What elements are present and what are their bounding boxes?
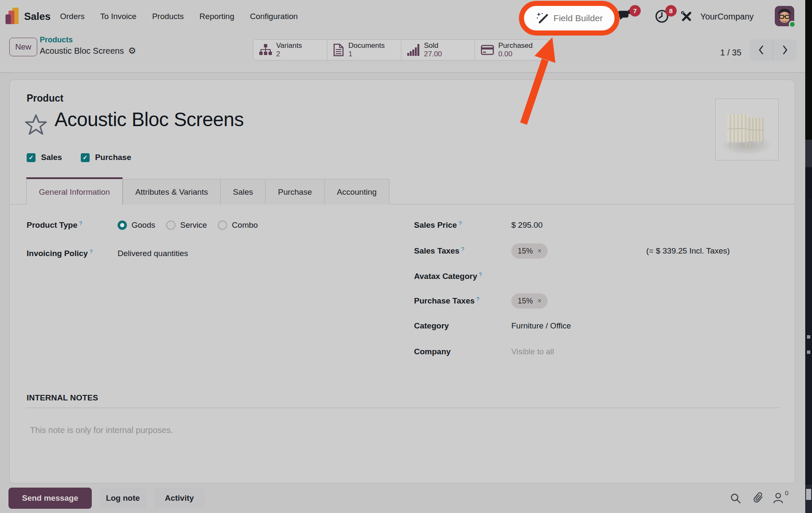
radio-goods[interactable]: Goods bbox=[118, 221, 155, 230]
menu-orders[interactable]: Orders bbox=[60, 12, 85, 21]
tab-purchase[interactable]: Purchase bbox=[266, 179, 324, 204]
background-window-detail bbox=[807, 350, 810, 354]
magic-wand-icon bbox=[536, 12, 549, 25]
activity-button[interactable]: Activity bbox=[154, 488, 205, 509]
tab-general-information[interactable]: General Information bbox=[26, 177, 123, 205]
sales-price-value[interactable]: $ 295.00 bbox=[511, 221, 543, 230]
radio-unselected-icon[interactable] bbox=[218, 221, 227, 230]
control-panel: New Products Acoustic Bloc Screens ⚙ Var… bbox=[0, 33, 805, 73]
background-window-edge bbox=[805, 0, 812, 140]
category-value[interactable]: Furniture / Office bbox=[511, 321, 571, 331]
stat-label: Variants bbox=[276, 41, 302, 50]
pager-next-button[interactable] bbox=[773, 39, 797, 61]
checkbox-checked-icon[interactable]: ✓ bbox=[27, 153, 36, 162]
radio-selected-icon[interactable] bbox=[118, 221, 127, 230]
send-message-button[interactable]: Send message bbox=[8, 488, 92, 509]
stat-button-purchased[interactable]: Purchased 0.00 bbox=[475, 40, 549, 60]
odoo-sales-product-screen: Sales Orders To Invoice Products Reporti… bbox=[0, 0, 812, 513]
radio-unselected-icon[interactable] bbox=[166, 221, 176, 230]
help-icon[interactable]: ? bbox=[458, 220, 461, 226]
stat-button-variants[interactable]: Variants 2 bbox=[253, 40, 327, 60]
menu-reporting[interactable]: Reporting bbox=[200, 12, 234, 21]
menu-to-invoice[interactable]: To Invoice bbox=[100, 12, 137, 21]
new-button[interactable]: New bbox=[9, 38, 37, 56]
stat-label: Purchased bbox=[498, 41, 532, 50]
product-name[interactable]: Acoustic Bloc Screens bbox=[55, 108, 244, 131]
acoustic-screen-panel bbox=[747, 117, 764, 141]
purchase-tax-tag[interactable]: 15% × bbox=[511, 293, 548, 309]
stat-value: 27.00 bbox=[424, 50, 442, 58]
background-window-edge bbox=[805, 140, 812, 167]
stat-value: 2 bbox=[276, 50, 302, 58]
sales-tax-tag[interactable]: 15% × bbox=[511, 243, 548, 259]
stat-button-group: Variants 2 Documents 1 bbox=[253, 39, 549, 61]
document-icon bbox=[333, 44, 344, 56]
toggle-sales[interactable]: ✓ Sales bbox=[27, 153, 62, 162]
invoicing-policy-value[interactable]: Delivered quantities bbox=[118, 249, 188, 258]
background-window-detail bbox=[806, 489, 811, 500]
app-name[interactable]: Sales bbox=[24, 0, 51, 33]
company-switcher[interactable]: YourCompany bbox=[700, 0, 754, 33]
field-product-type: Product Type? Goods Service Combo bbox=[27, 217, 258, 234]
company-value-placeholder[interactable]: Visible to all bbox=[511, 347, 554, 356]
main-menu: Orders To Invoice Products Reporting Con… bbox=[60, 0, 298, 33]
tab-accounting[interactable]: Accounting bbox=[325, 179, 390, 204]
field-invoicing-policy: Invoicing Policy? Delivered quantities bbox=[27, 245, 188, 262]
sales-purchase-toggles: ✓ Sales ✓ Purchase bbox=[27, 153, 131, 162]
stat-label: Sold bbox=[424, 41, 442, 50]
field-avatax-category: Avatax Category? bbox=[414, 268, 511, 285]
tag-remove-icon[interactable]: × bbox=[538, 297, 541, 305]
radio-combo[interactable]: Combo bbox=[218, 221, 258, 230]
help-icon[interactable]: ? bbox=[476, 296, 479, 302]
stat-label: Documents bbox=[348, 41, 385, 50]
field-builder-label: Field Builder bbox=[554, 13, 603, 23]
log-note-button[interactable]: Log note bbox=[100, 488, 146, 509]
menu-products[interactable]: Products bbox=[152, 12, 184, 21]
acoustic-screen-panel bbox=[727, 114, 748, 143]
user-avatar[interactable] bbox=[775, 6, 794, 26]
help-icon[interactable]: ? bbox=[90, 248, 93, 255]
notebook-tabs: General Information Attributes & Variant… bbox=[26, 177, 390, 204]
followers-count: 0 bbox=[785, 489, 788, 496]
breadcrumb: Products Acoustic Bloc Screens ⚙ bbox=[40, 36, 136, 56]
breadcrumb-products-link[interactable]: Products bbox=[40, 36, 136, 44]
sitemap-icon bbox=[259, 44, 272, 56]
checkbox-checked-icon[interactable]: ✓ bbox=[81, 153, 90, 162]
help-icon[interactable]: ? bbox=[479, 271, 482, 278]
tax-included-note: (= $ 339.25 Incl. Taxes) bbox=[646, 243, 730, 259]
field-company: Company Visible to all bbox=[414, 343, 554, 360]
sales-app-logo-icon[interactable] bbox=[5, 8, 21, 25]
developer-tools-icon[interactable] bbox=[680, 10, 693, 25]
field-category: Category Furniture / Office bbox=[414, 317, 571, 334]
internal-notes-heading: INTERNAL NOTES bbox=[27, 393, 98, 403]
gear-icon[interactable]: ⚙ bbox=[128, 46, 136, 56]
tab-sales[interactable]: Sales bbox=[221, 179, 266, 204]
search-messages-icon[interactable] bbox=[730, 493, 741, 506]
background-window-detail bbox=[807, 335, 810, 339]
radio-service[interactable]: Service bbox=[166, 221, 207, 230]
internal-notes-placeholder[interactable]: This note is only for internal purposes. bbox=[30, 425, 173, 435]
tab-attributes-variants[interactable]: Attributes & Variants bbox=[123, 179, 221, 204]
credit-card-icon bbox=[481, 45, 494, 55]
favorite-star-icon[interactable] bbox=[25, 114, 47, 137]
help-icon[interactable]: ? bbox=[461, 246, 464, 252]
stat-button-documents[interactable]: Documents 1 bbox=[327, 40, 401, 60]
chevron-left-icon bbox=[757, 44, 766, 55]
background-window-edge bbox=[805, 199, 812, 485]
pager-previous-button[interactable] bbox=[749, 39, 773, 61]
product-image[interactable] bbox=[715, 99, 779, 160]
product-form-sheet: Product Acoustic Bloc Screens ✓ Sales ✓ … bbox=[9, 80, 795, 483]
background-window-edge bbox=[805, 167, 812, 199]
breadcrumb-current: Acoustic Bloc Screens bbox=[40, 46, 124, 56]
field-builder-button[interactable]: Field Builder bbox=[519, 1, 620, 36]
help-icon[interactable]: ? bbox=[79, 220, 82, 226]
followers-icon[interactable] bbox=[772, 492, 784, 505]
attachment-paperclip-icon[interactable] bbox=[752, 491, 765, 507]
top-navbar: Sales Orders To Invoice Products Reporti… bbox=[0, 0, 805, 33]
bar-chart-icon bbox=[407, 44, 420, 56]
menu-configuration[interactable]: Configuration bbox=[250, 12, 298, 21]
field-sales-price: Sales Price? $ 295.00 bbox=[414, 217, 543, 234]
tag-remove-icon[interactable]: × bbox=[538, 247, 541, 255]
toggle-purchase[interactable]: ✓ Purchase bbox=[81, 153, 132, 162]
stat-button-sold[interactable]: Sold 27.00 bbox=[401, 40, 475, 60]
